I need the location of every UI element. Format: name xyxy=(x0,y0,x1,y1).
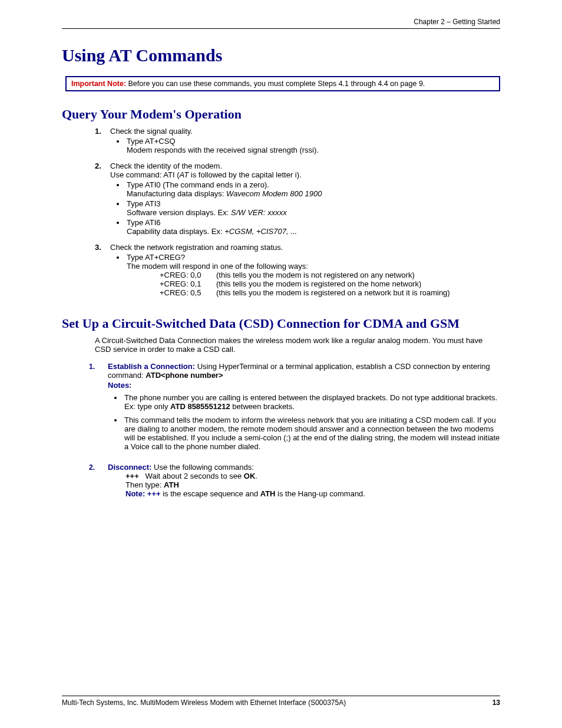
text-bold: ATH xyxy=(260,489,276,498)
query-item-2: 2. Check the identity of the modem. Use … xyxy=(95,162,500,238)
sub-text: Use command: ATI (AT is followed by the … xyxy=(110,170,500,179)
text-italic: S/W VER: xxxxx xyxy=(231,208,287,217)
csd-item-2: 2. Disconnect: Use the following command… xyxy=(89,463,500,498)
notes-label: Notes: xyxy=(108,381,500,390)
text-run: Use the following commands: xyxy=(151,463,253,472)
bottom-rule xyxy=(62,696,500,696)
text-bold: ATD 8585551212 xyxy=(170,402,230,411)
text-run: is followed by the capital letter i). xyxy=(189,170,301,179)
text-italic: +CGSM, +CIS707, ... xyxy=(224,227,297,236)
csd-item-1: 1. Establish a Connection: Using HyperTe… xyxy=(89,362,500,456)
creg-key: +CREG: 0,1 xyxy=(160,279,216,288)
table-row: +CREG: 0,0(this tells you the modem is n… xyxy=(160,271,500,279)
creg-val: (this tells you the modem is not registe… xyxy=(216,271,415,279)
bullet-line: Type ATI6 xyxy=(127,218,161,227)
list-number: 1. xyxy=(89,362,108,456)
list-lead: Check the identity of the modem. xyxy=(110,162,500,170)
creg-key: +CREG: 0,0 xyxy=(160,271,216,279)
page-title: Using AT Commands xyxy=(62,45,500,65)
csd-title: Establish a Connection: xyxy=(108,362,195,371)
important-note-label: Important Note: xyxy=(71,80,126,88)
query-item-3: 3. Check the network registration and ro… xyxy=(95,243,500,299)
list-item: Type ATI3 Software version displays. Ex:… xyxy=(125,199,500,217)
list-item: This command tells the modem to inform t… xyxy=(123,416,500,451)
list-number: 2. xyxy=(95,162,110,238)
important-note-box: Important Note: Before you can use these… xyxy=(65,76,500,91)
page-number: 13 xyxy=(492,699,500,707)
text-run: . xyxy=(255,472,257,480)
chapter-header: Chapter 2 – Getting Started xyxy=(62,18,500,26)
table-row: +CREG: 0,1(this tells you the modem is r… xyxy=(160,279,500,288)
section-heading-csd: Set Up a Circuit-Switched Data (CSD) Con… xyxy=(62,316,500,331)
text-run: Then type: xyxy=(125,480,164,489)
bullet-line: Type ATI3 xyxy=(127,199,161,208)
creg-table: +CREG: 0,0(this tells you the modem is n… xyxy=(160,271,500,297)
query-body: 1. Check the signal quality. Type AT+CSQ… xyxy=(95,127,500,299)
page-footer: Multi-Tech Systems, Inc. MultiModem Wire… xyxy=(62,696,500,707)
list-number: 3. xyxy=(95,243,110,299)
list-number: 1. xyxy=(95,127,110,157)
bullet-line: Type AT+CREG? xyxy=(127,253,185,262)
important-note-text: Before you can use these commands, you m… xyxy=(126,80,425,88)
csd-lead: Disconnect: Use the following commands: xyxy=(108,463,500,472)
list-lead: Check the network registration and roami… xyxy=(110,243,500,252)
bullet-line: Type ATI0 (The command ends in a zero). xyxy=(127,180,269,189)
section-heading-query: Query Your Modem's Operation xyxy=(62,107,500,122)
csd-intro-text: A Circuit-Switched Data Connection makes… xyxy=(95,336,500,354)
text-bold: ATD<phone number> xyxy=(146,371,223,380)
csd-title: Disconnect: xyxy=(108,463,151,472)
text-run: This command tells the modem to inform t… xyxy=(124,416,500,451)
text-bold: ATH xyxy=(164,480,179,489)
bullet-line: The modem will respond in one of the fol… xyxy=(127,262,308,271)
bullet-line: Type AT+CSQ xyxy=(127,137,176,146)
text-run: Use command: ATI ( xyxy=(110,170,180,179)
text-bold: +++ xyxy=(125,472,139,480)
list-lead: Check the signal quality. xyxy=(110,127,500,136)
text-run: is the Hang-up command. xyxy=(276,489,365,498)
creg-val: (this tells you the modem is registered … xyxy=(216,279,421,288)
bullet-line: Manufacturing data displays: xyxy=(127,189,226,198)
bullet-line: Modem responds with the received signal … xyxy=(127,146,319,154)
text-run: between brackets. xyxy=(230,402,295,411)
list-item: Type AT+CSQ Modem responds with the rece… xyxy=(125,137,500,154)
list-item: Type ATI6 Capability data displays. Ex: … xyxy=(125,218,500,236)
list-number: 2. xyxy=(89,463,108,498)
text-italic: Wavecom Modem 800 1900 xyxy=(226,189,322,198)
disconnect-line: +++ Wait about 2 seconds to see OK. xyxy=(125,472,500,480)
list-item: Type AT+CREG? The modem will respond in … xyxy=(125,253,500,297)
list-item: Type ATI0 (The command ends in a zero). … xyxy=(125,180,500,198)
disconnect-block: +++ Wait about 2 seconds to see OK. Then… xyxy=(125,472,500,498)
text-italic: AT xyxy=(180,170,189,179)
table-row: +CREG: 0,5(this tells you the modem is r… xyxy=(160,288,500,297)
list-item: The phone number you are calling is ente… xyxy=(123,393,500,411)
text-bold: OK xyxy=(244,472,256,480)
creg-key: +CREG: 0,5 xyxy=(160,288,216,297)
text-run: Wait about 2 seconds to see xyxy=(139,472,244,480)
disconnect-line: Note: +++ is the escape sequence and ATH… xyxy=(125,489,500,498)
creg-val: (this tells you the modem is registered … xyxy=(216,288,450,297)
bullet-line: Capability data displays. Ex: xyxy=(127,227,224,236)
note-label: Note: +++ xyxy=(125,489,161,498)
text-run: is the escape sequence and xyxy=(161,489,260,498)
disconnect-line: Then type: ATH xyxy=(125,480,500,489)
query-item-1: 1. Check the signal quality. Type AT+CSQ… xyxy=(95,127,500,157)
bullet-line: Software version displays. Ex: xyxy=(127,208,231,217)
csd-lead: Establish a Connection: Using HyperTermi… xyxy=(108,362,500,380)
top-rule xyxy=(62,28,500,29)
footer-text: Multi-Tech Systems, Inc. MultiModem Wire… xyxy=(62,699,346,707)
